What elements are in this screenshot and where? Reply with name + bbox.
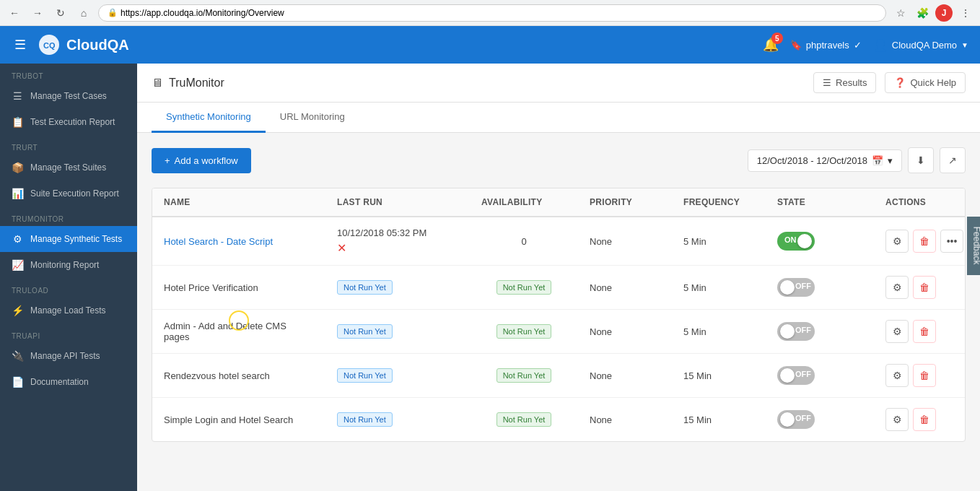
row1-name-link[interactable]: Hotel Search - Date Script xyxy=(164,236,273,247)
sidebar-item-monitoring-report[interactable]: 📈 Monitoring Report xyxy=(0,252,137,278)
sidebar-item-documentation[interactable]: 📄 Documentation xyxy=(0,369,137,395)
url-input[interactable] xyxy=(121,8,877,18)
row1-frequency-value: 5 Min xyxy=(683,236,706,247)
add-workflow-label: Add a workflow xyxy=(175,155,238,166)
chevron-down-icon: ▼ xyxy=(961,41,968,49)
sidebar-item-suite-execution-label: Suite Execution Report xyxy=(30,188,119,199)
logo-text: CloudQA xyxy=(66,37,129,53)
td-state-4[interactable]: OFF xyxy=(766,356,874,395)
profile-icon[interactable]: J xyxy=(935,4,953,22)
row5-toggle-track: OFF xyxy=(777,410,815,429)
user-menu[interactable]: 👤 CloudQA Demo ▼ xyxy=(873,38,968,52)
sidebar-item-suite-execution-report[interactable]: 📊 Suite Execution Report xyxy=(0,181,137,207)
row1-toggle[interactable]: ON xyxy=(777,232,815,251)
row3-settings-button[interactable]: ⚙ xyxy=(885,320,909,343)
bookmark-label: phptravels xyxy=(806,40,849,51)
main-content: 🖥 TruMonitor ☰ Results ❓ Quick Help Synt… xyxy=(137,64,980,491)
row4-settings-button[interactable]: ⚙ xyxy=(885,364,909,387)
row1-toggle-on-label: ON xyxy=(784,235,797,244)
td-name-4: Rendezvous hotel search xyxy=(152,360,325,391)
share-button[interactable]: ↗ xyxy=(940,147,966,173)
table-row: Hotel Price Verification Not Run Yet Not… xyxy=(152,266,965,310)
notification-badge: 5 xyxy=(771,32,783,44)
table-header: Name Last Run Availability Priority Freq… xyxy=(152,188,965,217)
td-state-3[interactable]: OFF xyxy=(766,312,874,351)
logo-icon: CQ xyxy=(38,33,61,56)
td-availability-4: Not Run Yet xyxy=(470,358,578,393)
td-name-2: Hotel Price Verification xyxy=(152,272,325,303)
row1-delete-button[interactable]: 🗑 xyxy=(913,230,936,253)
row4-toggle-track: OFF xyxy=(777,366,815,385)
notification-bell[interactable]: 🔔 5 xyxy=(763,37,779,53)
date-range-picker[interactable]: 12/Oct/2018 - 12/Oct/2018 📅 ▾ xyxy=(748,149,902,172)
api-tests-icon: 🔌 xyxy=(12,350,23,362)
sidebar-item-monitoring-report-label: Monitoring Report xyxy=(30,260,99,270)
td-priority-3: None xyxy=(578,316,672,347)
home-button[interactable]: ⌂ xyxy=(75,4,92,22)
back-button[interactable]: ← xyxy=(6,4,23,22)
td-frequency-2: 5 Min xyxy=(672,272,766,303)
row3-priority-value: None xyxy=(590,326,612,337)
trurt-section-label: TruRT xyxy=(0,135,137,155)
results-button[interactable]: ☰ Results xyxy=(813,72,876,93)
monitoring-report-icon: 📈 xyxy=(12,259,23,271)
tab-synthetic-monitoring[interactable]: Synthetic Monitoring xyxy=(152,103,266,133)
sidebar-item-test-execution-label: Test Execution Report xyxy=(30,117,115,127)
tab-url-monitoring[interactable]: URL Monitoring xyxy=(266,103,359,133)
page-header: 🖥 TruMonitor ☰ Results ❓ Quick Help xyxy=(137,64,980,103)
td-state-5[interactable]: OFF xyxy=(766,400,874,439)
row4-toggle-off-label: OFF xyxy=(795,370,811,378)
hamburger-button[interactable]: ☰ xyxy=(12,34,29,56)
menu-button[interactable]: ⋮ xyxy=(957,4,974,22)
refresh-button[interactable]: ↻ xyxy=(52,4,69,22)
sidebar-item-manage-synthetic-tests[interactable]: ⚙ Manage Synthetic Tests xyxy=(0,226,137,252)
td-availability-5: Not Run Yet xyxy=(470,402,578,437)
row5-toggle[interactable]: OFF xyxy=(777,410,815,429)
td-frequency-4: 15 Min xyxy=(672,360,766,391)
row2-delete-button[interactable]: 🗑 xyxy=(913,276,936,299)
th-priority: Priority xyxy=(578,188,672,216)
row5-settings-button[interactable]: ⚙ xyxy=(885,408,909,431)
highlight-circle xyxy=(229,310,249,331)
row2-settings-button[interactable]: ⚙ xyxy=(885,276,909,299)
row4-delete-button[interactable]: 🗑 xyxy=(913,364,936,387)
truapi-section-label: TruAPI xyxy=(0,323,137,343)
bookmark-button[interactable]: ☆ xyxy=(892,4,909,22)
row2-priority-value: None xyxy=(590,282,612,293)
download-button[interactable]: ⬇ xyxy=(908,147,934,173)
row2-action-btns: ⚙ 🗑 xyxy=(885,276,936,299)
row1-settings-button[interactable]: ⚙ xyxy=(885,230,909,253)
sidebar-item-test-execution-report[interactable]: 📋 Test Execution Report xyxy=(0,109,137,135)
url-bar[interactable]: 🔒 xyxy=(98,4,886,22)
row1-more-button[interactable]: ••• xyxy=(940,230,963,253)
sidebar-section-truload: TruLoad ⚡ Manage Load Tests xyxy=(0,278,137,323)
row1-error-icon: ✕ xyxy=(337,241,346,255)
sidebar-item-manage-test-cases[interactable]: ☰ Manage Test Cases xyxy=(0,83,137,109)
forward-button[interactable]: → xyxy=(29,4,46,22)
th-name: Name xyxy=(152,188,325,216)
row3-toggle[interactable]: OFF xyxy=(777,322,815,341)
feedback-tab[interactable]: Feedback xyxy=(968,217,980,275)
sidebar-item-manage-api-tests[interactable]: 🔌 Manage API Tests xyxy=(0,343,137,369)
add-workflow-button[interactable]: + Add a workflow xyxy=(152,148,251,173)
add-icon: + xyxy=(165,155,170,166)
row4-toggle[interactable]: OFF xyxy=(777,366,815,385)
row2-toggle[interactable]: OFF xyxy=(777,278,815,297)
th-state: State xyxy=(766,188,874,216)
sidebar-item-manage-load-tests[interactable]: ⚡ Manage Load Tests xyxy=(0,297,137,323)
row3-delete-button[interactable]: 🗑 xyxy=(913,320,936,343)
sidebar-item-manage-test-suites[interactable]: 📦 Manage Test Suites xyxy=(0,155,137,181)
quick-help-button[interactable]: ❓ Quick Help xyxy=(885,72,966,93)
bookmark-link[interactable]: 🔖 phptravels ✓ xyxy=(790,40,862,51)
row5-delete-button[interactable]: 🗑 xyxy=(913,408,936,431)
user-icon: 👤 xyxy=(873,38,888,52)
td-state-1[interactable]: ON xyxy=(766,222,874,261)
td-last-run-2: Not Run Yet xyxy=(325,270,470,305)
extensions-button[interactable]: 🧩 xyxy=(914,4,931,22)
row4-frequency-value: 15 Min xyxy=(683,370,712,381)
share-icon: ↗ xyxy=(948,155,957,166)
td-state-2[interactable]: OFF xyxy=(766,268,874,307)
page-header-actions: ☰ Results ❓ Quick Help xyxy=(813,72,966,93)
row2-toggle-off-label: OFF xyxy=(795,282,811,290)
top-nav: ☰ CQ CloudQA 🔔 5 🔖 phptravels ✓ 👤 CloudQ… xyxy=(0,26,980,64)
